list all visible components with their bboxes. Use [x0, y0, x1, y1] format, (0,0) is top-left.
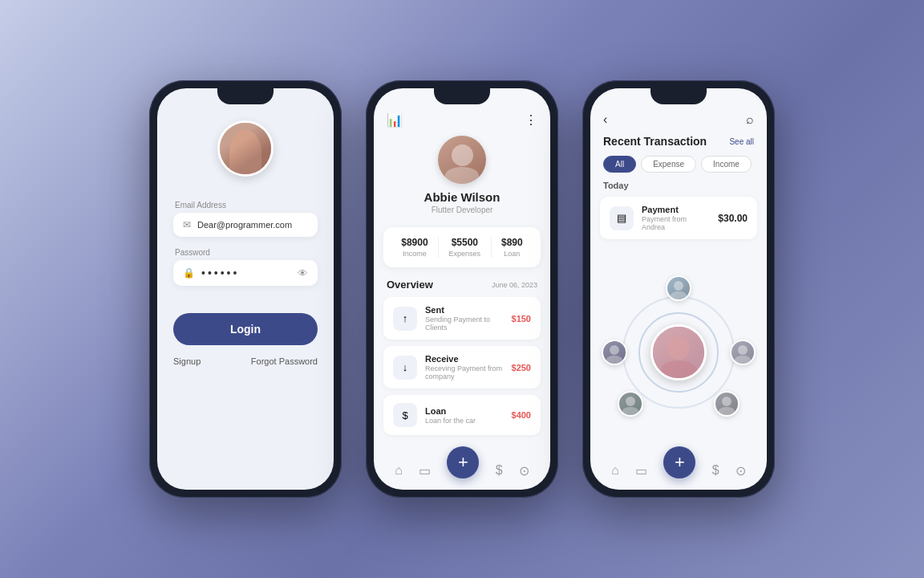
- expenses-label: Expenses: [449, 250, 481, 258]
- bottom-nav: ⌂ ▭ + $ ⊙: [590, 454, 767, 490]
- contact-ring: [614, 288, 743, 417]
- overview-header: Overview June 06, 2023: [374, 267, 550, 297]
- orbit-avatar-top[interactable]: [666, 275, 691, 301]
- phone-notch: [650, 88, 707, 104]
- loan-label: Loan: [501, 250, 523, 258]
- contact-ring-area: [590, 250, 767, 454]
- bottom-nav: ⌂ ▭ + $ ⊙: [374, 454, 550, 490]
- txn-amount: $150: [512, 314, 531, 324]
- profile-icon[interactable]: ⊙: [519, 463, 529, 478]
- today-label: Today: [590, 181, 767, 190]
- txn-info-sent: Sent Sending Payment to Clients: [425, 305, 504, 332]
- overview-date: June 06, 2023: [492, 281, 537, 289]
- payment-amount: $30.00: [718, 213, 748, 224]
- add-button[interactable]: +: [447, 446, 479, 478]
- stat-loan: $890 Loan: [501, 237, 523, 258]
- payment-info: Payment Payment from Andrea: [642, 205, 710, 231]
- profile-section: Abbie Wilson Flutter Developer: [374, 136, 550, 227]
- payment-subtitle: Payment from Andrea: [642, 215, 710, 231]
- back-icon[interactable]: ‹: [603, 112, 607, 127]
- txn-title: Receive: [425, 354, 504, 364]
- stat-divider-2: [491, 237, 492, 258]
- profile-icon[interactable]: ⊙: [736, 463, 746, 478]
- txn-info-loan: Loan Loan for the car: [425, 406, 504, 425]
- txn-info-receive: Receive Receving Payment from company: [425, 354, 504, 381]
- dollar-icon[interactable]: $: [496, 463, 503, 478]
- txn-title: Sent: [425, 305, 504, 315]
- stat-income: $8900 Income: [401, 237, 428, 258]
- table-row[interactable]: $ Loan Loan for the car $400: [383, 395, 541, 435]
- email-input[interactable]: ✉ Dear@programmer.com: [173, 213, 318, 237]
- loan-icon: $: [393, 403, 417, 427]
- signup-link[interactable]: Signup: [173, 356, 201, 366]
- chart-icon[interactable]: 📊: [387, 112, 403, 128]
- orbit-avatar-right[interactable]: [730, 340, 756, 365]
- receive-icon: ↓: [393, 356, 417, 380]
- password-dots: ••••••: [201, 267, 291, 279]
- transaction-list: ↑ Sent Sending Payment to Clients $150 ↓…: [374, 297, 550, 454]
- login-screen: Email Address ✉ Dear@programmer.com Pass…: [157, 88, 334, 490]
- email-value: Dear@programmer.com: [197, 220, 308, 230]
- txn-amount: $400: [512, 410, 531, 420]
- user-name: Abbie Wilson: [424, 190, 500, 204]
- card-icon[interactable]: ▭: [419, 463, 431, 478]
- txn-title: Loan: [425, 406, 504, 416]
- stats-row: $8900 Income $5500 Expenses $890 Loan: [383, 227, 541, 267]
- dollar-icon[interactable]: $: [712, 463, 719, 478]
- phone-dashboard: 📊 ⋮ Abbie Wilson Flutter Developer $8900…: [366, 80, 558, 498]
- tab-income[interactable]: Income: [701, 156, 752, 173]
- orbit-avatar-bottom-right[interactable]: [714, 391, 740, 417]
- stat-divider-1: [438, 237, 439, 258]
- login-links: Signup Forgot Password: [173, 356, 318, 366]
- table-row[interactable]: ↑ Sent Sending Payment to Clients $150: [383, 297, 541, 340]
- recent-title-row: Recent Transaction See all: [590, 135, 767, 148]
- home-icon[interactable]: ⌂: [395, 463, 403, 478]
- loan-value: $890: [501, 237, 523, 248]
- card-icon[interactable]: ▭: [635, 463, 647, 478]
- phone-notch: [217, 88, 274, 104]
- recent-transaction-title: Recent Transaction: [603, 135, 707, 148]
- lock-icon: 🔒: [183, 267, 195, 279]
- dashboard-screen: 📊 ⋮ Abbie Wilson Flutter Developer $8900…: [374, 88, 550, 490]
- add-button[interactable]: +: [663, 446, 695, 478]
- payment-icon: ▤: [610, 206, 634, 230]
- tab-all[interactable]: All: [603, 156, 636, 173]
- txn-desc: Sending Payment to Clients: [425, 315, 504, 332]
- home-icon[interactable]: ⌂: [611, 463, 619, 478]
- txn-amount: $250: [512, 363, 531, 372]
- transactions-screen: ‹ ⌕ Recent Transaction See all All Expen…: [590, 88, 767, 490]
- more-icon[interactable]: ⋮: [525, 112, 537, 128]
- income-label: Income: [401, 250, 428, 258]
- email-field-group: Email Address ✉ Dear@programmer.com: [173, 201, 318, 237]
- eye-icon[interactable]: 👁: [298, 267, 308, 279]
- search-icon[interactable]: ⌕: [746, 112, 754, 127]
- expenses-value: $5500: [449, 237, 481, 248]
- overview-title: Overview: [387, 279, 433, 291]
- password-input[interactable]: 🔒 •••••• 👁: [173, 260, 318, 286]
- center-avatar: [650, 324, 707, 381]
- table-row[interactable]: ↓ Receive Receving Payment from company …: [383, 346, 541, 389]
- phone-transactions: ‹ ⌕ Recent Transaction See all All Expen…: [582, 80, 775, 498]
- password-field-group: Password 🔒 •••••• 👁: [173, 248, 318, 286]
- user-title: Flutter Developer: [432, 206, 493, 214]
- email-icon: ✉: [183, 219, 191, 230]
- payment-card[interactable]: ▤ Payment Payment from Andrea $30.00: [600, 197, 757, 239]
- see-all-link[interactable]: See all: [729, 137, 754, 146]
- forgot-password-link[interactable]: Forgot Password: [251, 356, 318, 366]
- income-value: $8900: [401, 237, 428, 248]
- txn-desc: Receving Payment from company: [425, 364, 504, 381]
- password-label: Password: [173, 248, 318, 257]
- avatar: [217, 120, 274, 177]
- user-avatar: [438, 136, 486, 184]
- tab-expense[interactable]: Expense: [641, 156, 696, 173]
- orbit-avatar-left[interactable]: [602, 340, 627, 365]
- phone-login: Email Address ✉ Dear@programmer.com Pass…: [149, 80, 342, 498]
- filter-tabs: All Expense Income: [590, 156, 767, 173]
- login-button[interactable]: Login: [173, 313, 318, 345]
- payment-title: Payment: [642, 205, 710, 214]
- sent-icon: ↑: [393, 307, 417, 331]
- orbit-avatar-bottom-left[interactable]: [618, 391, 643, 417]
- txn-desc: Loan for the car: [425, 417, 504, 425]
- stat-expenses: $5500 Expenses: [449, 237, 481, 258]
- email-label: Email Address: [173, 201, 318, 210]
